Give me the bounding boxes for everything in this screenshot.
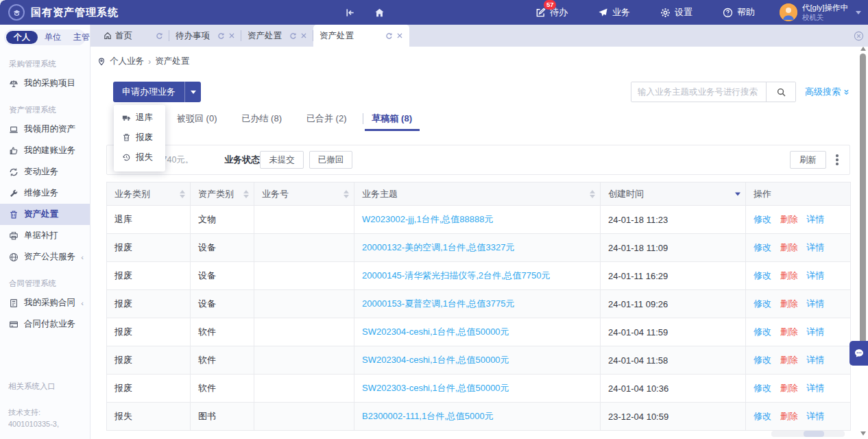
status-tab-rejected[interactable]: 被驳回 (0) <box>169 112 225 131</box>
vertical-scrollbar[interactable] <box>858 45 867 438</box>
col-created-time[interactable]: 创建时间 <box>601 182 746 206</box>
sidebar-item-reprint[interactable]: 单据补打 <box>0 225 90 246</box>
menu-item-return-to-store[interactable]: 退库 <box>114 108 165 128</box>
refresh-tab-icon[interactable] <box>385 32 393 40</box>
action-detail-link[interactable]: 详情 <box>806 383 824 393</box>
sort-icon[interactable] <box>590 190 595 198</box>
filter-chip-unsubmitted[interactable]: 未提交 <box>260 151 304 169</box>
scroll-down-arrow[interactable] <box>860 431 866 436</box>
refresh-tab-icon[interactable] <box>289 32 297 40</box>
action-delete-link[interactable]: 删除 <box>780 270 798 281</box>
filter-chip-withdrawn[interactable]: 已撤回 <box>309 151 353 169</box>
refresh-tab-icon[interactable] <box>156 32 163 40</box>
cell-asset-type: 设备 <box>191 234 254 262</box>
view-tab-home[interactable]: 首页 <box>97 25 169 47</box>
action-edit-link[interactable]: 修改 <box>754 327 771 337</box>
sidebar-item-my-assets[interactable]: 我领用的资产 <box>0 119 90 140</box>
cell-asset-type: 软件 <box>191 318 254 346</box>
action-edit-link[interactable]: 修改 <box>754 242 771 252</box>
action-edit-link[interactable]: 修改 <box>754 383 771 393</box>
close-all-tabs-icon[interactable] <box>854 31 864 44</box>
action-edit-link[interactable]: 修改 <box>754 411 771 421</box>
sidebar-item-account-creation[interactable]: 我的建账业务 <box>0 140 90 161</box>
role-tab-unit[interactable]: 单位 <box>39 31 67 44</box>
search-button[interactable] <box>766 82 795 102</box>
nav-todo[interactable]: 待办 57 <box>520 6 583 19</box>
action-edit-link[interactable]: 修改 <box>754 355 771 365</box>
sidebar-item-my-contracts[interactable]: 我的采购合同 ‹ <box>0 292 90 313</box>
action-delete-link[interactable]: 删除 <box>780 411 798 421</box>
more-options-icon[interactable] <box>836 154 839 165</box>
horizontal-scrollbar[interactable] <box>771 431 845 437</box>
col-business-no[interactable]: 业务号 <box>254 182 354 206</box>
action-delete-link[interactable]: 删除 <box>780 383 798 393</box>
sidebar-item-asset-disposal[interactable]: 资产处置 <box>0 204 90 225</box>
col-business-category[interactable]: 业务类别 <box>107 182 191 206</box>
refresh-tab-icon[interactable] <box>217 32 225 40</box>
business-subject-link[interactable]: 20000132-美的空调,1台件,总值3327元 <box>362 242 515 252</box>
action-edit-link[interactable]: 修改 <box>754 214 771 224</box>
col-business-subject[interactable]: 业务主题 <box>354 182 601 206</box>
sort-icon[interactable] <box>180 190 185 198</box>
search-input[interactable] <box>631 82 766 102</box>
menu-item-scrap[interactable]: 报废 <box>114 128 165 147</box>
business-subject-link[interactable]: B2300002-111,1台件,总值5000元 <box>362 411 494 421</box>
action-detail-link[interactable]: 详情 <box>806 214 824 224</box>
close-tab-icon[interactable] <box>228 32 235 39</box>
action-delete-link[interactable]: 删除 <box>780 355 798 365</box>
view-tab-asset-disposal-1[interactable]: 资产处置 <box>241 25 313 47</box>
sort-icon[interactable] <box>243 190 249 198</box>
business-subject-link[interactable]: 20000153-夏普空调,1台件,总值3775元 <box>362 298 515 309</box>
user-menu[interactable]: 代[gly]操作中 校机关 <box>780 3 861 21</box>
scroll-up-arrow[interactable] <box>860 47 866 51</box>
sidebar-item-my-procurement[interactable]: 我的采购项目 <box>0 73 90 94</box>
action-delete-link[interactable]: 删除 <box>780 242 798 252</box>
sort-icon[interactable] <box>343 190 349 198</box>
sort-icon-desc-active[interactable] <box>735 192 740 195</box>
nav-business[interactable]: 业务 <box>583 6 645 19</box>
apply-business-caret[interactable] <box>184 82 201 102</box>
sidebar-item-contract-payment[interactable]: 合同付款业务 <box>0 313 90 335</box>
role-tab-personal[interactable]: 个人 <box>6 31 38 44</box>
close-tab-icon[interactable] <box>396 32 403 39</box>
action-detail-link[interactable]: 详情 <box>806 270 824 281</box>
action-delete-link[interactable]: 删除 <box>780 298 798 309</box>
action-delete-link[interactable]: 删除 <box>780 214 798 224</box>
business-subject-link[interactable]: SW202304-ceshi,1台件,总值50000元 <box>362 355 509 365</box>
advanced-search-link[interactable]: 高级搜索 <box>805 86 850 98</box>
status-tab-completed[interactable]: 已办结 (8) <box>234 112 290 131</box>
status-tab-merged[interactable]: 已合并 (2) <box>299 112 354 131</box>
business-subject-link[interactable]: SW202303-ceshi,1台件,总值50000元 <box>362 383 509 393</box>
refresh-button[interactable]: 刷新 <box>790 151 826 169</box>
sidebar-item-repair-business[interactable]: 维修业务 <box>0 182 90 204</box>
business-subject-link[interactable]: 20000145-清华紫光扫描仪等,2台件,总值7750元 <box>362 270 551 281</box>
action-delete-link[interactable]: 删除 <box>780 327 798 337</box>
close-tab-icon[interactable] <box>300 32 307 39</box>
view-tab-asset-disposal-2[interactable]: 资产处置 <box>313 25 409 47</box>
nav-help[interactable]: 帮助 <box>708 6 770 19</box>
action-detail-link[interactable]: 详情 <box>806 411 824 421</box>
col-asset-type[interactable]: 资产类别 <box>191 182 254 206</box>
action-detail-link[interactable]: 详情 <box>806 327 824 337</box>
action-edit-link[interactable]: 修改 <box>754 270 771 281</box>
apply-business-button[interactable]: 申请办理业务 <box>113 82 184 102</box>
view-tab-todo-items[interactable]: 待办事项 <box>169 25 241 47</box>
apply-business-split-button[interactable]: 申请办理业务 <box>113 82 201 102</box>
action-detail-link[interactable]: 详情 <box>806 298 824 309</box>
home-icon[interactable] <box>374 8 385 18</box>
action-detail-link[interactable]: 详情 <box>806 242 824 252</box>
sidebar-item-public-service[interactable]: 资产公共服务 ‹ <box>0 246 90 268</box>
horizontal-scrollbar-thumb[interactable] <box>804 431 824 437</box>
menu-item-report-loss[interactable]: 报失 <box>114 147 165 167</box>
action-detail-link[interactable]: 详情 <box>806 355 824 365</box>
business-subject-link[interactable]: SW202304-ceshi,1台件,总值50000元 <box>362 327 509 337</box>
business-subject-link[interactable]: W2023002-jjj,1台件,总值88888元 <box>362 214 493 224</box>
breadcrumb-item[interactable]: 个人业务 <box>110 56 144 67</box>
chat-button[interactable] <box>849 341 868 366</box>
status-tab-drafts[interactable]: 草稿箱 (8) <box>365 112 420 131</box>
action-edit-link[interactable]: 修改 <box>754 298 771 309</box>
nav-settings[interactable]: 设置 <box>645 6 708 19</box>
collapse-sidebar-icon[interactable] <box>345 8 355 18</box>
sidebar-item-change-business[interactable]: 变动业务 <box>0 161 90 182</box>
vertical-scrollbar-thumb[interactable] <box>860 54 866 354</box>
